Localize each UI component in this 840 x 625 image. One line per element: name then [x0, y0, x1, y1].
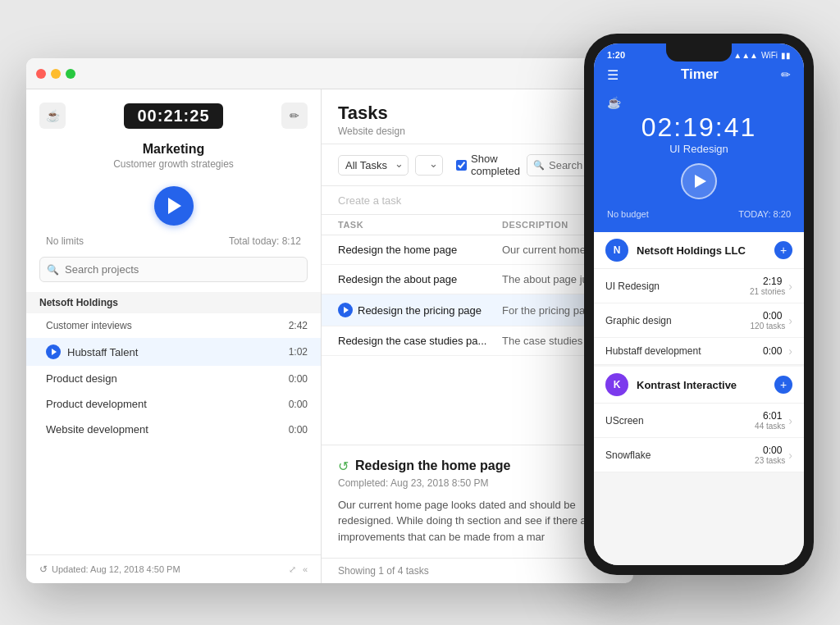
- phone-project-name: Snowflake: [605, 449, 755, 461]
- list-item[interactable]: Website development 0:00: [26, 417, 321, 442]
- phone-group-header[interactable]: N Netsoft Holdings LLC +: [594, 232, 804, 269]
- traffic-lights: [36, 69, 75, 79]
- minimize-button[interactable]: [51, 69, 61, 79]
- phone-nav: ☰ Timer ✏: [594, 60, 804, 89]
- timer-display: 00:21:25: [124, 103, 222, 129]
- search-icon: 🔍: [47, 264, 59, 276]
- phone-project-sub: 21 stories: [750, 287, 785, 296]
- avatar: K: [605, 373, 628, 396]
- tasks-title: Tasks: [338, 103, 617, 124]
- phone-timer-time: 02:19:41: [641, 112, 757, 143]
- maximize-button[interactable]: [66, 69, 75, 79]
- project-item-time: 1:02: [289, 346, 308, 358]
- project-item-time: 0:00: [289, 399, 308, 410]
- phone-project-col: 0:00 23 tasks: [755, 445, 785, 465]
- phone-project-name: UI Redesign: [605, 281, 750, 292]
- play-button-area: [26, 180, 321, 232]
- tasks-subtitle: Website design: [338, 125, 617, 137]
- sidebar-header: ☕ 00:21:25 ✏: [26, 89, 321, 135]
- all-tasks-select[interactable]: All Tasks: [338, 155, 409, 176]
- footer-icons: ⤢ «: [289, 564, 308, 575]
- chevron-right-icon: ›: [788, 314, 792, 327]
- avatar: N: [605, 239, 628, 262]
- phone-nav-title: Timer: [681, 66, 719, 83]
- coffee-icon[interactable]: ☕: [39, 103, 66, 129]
- total-today-label: Total today: 8:12: [229, 235, 301, 247]
- list-item[interactable]: Graphic design 0:00 120 tasks ›: [594, 303, 804, 338]
- play-button[interactable]: [154, 186, 194, 226]
- phone-project-name: Graphic design: [605, 315, 751, 326]
- list-item[interactable]: Customer inteviews 2:42: [26, 313, 321, 338]
- task-name: Redesign the about page: [338, 273, 502, 285]
- desktop-window: ··· ☕ 00:21:25 ✏ Marketing Customer grow…: [26, 58, 633, 583]
- task-detail-date: Completed: Aug 23, 2018 8:50 PM: [338, 477, 617, 489]
- project-name: Marketing: [26, 142, 321, 157]
- phone-project-col: 0:00: [763, 345, 785, 357]
- list-item[interactable]: Snowflake 0:00 23 tasks ›: [594, 438, 804, 472]
- phone-budget-row: No budget TODAY: 8:20: [607, 209, 791, 219]
- sidebar: ☕ 00:21:25 ✏ Marketing Customer growth s…: [26, 89, 322, 583]
- sidebar-footer: ↺ Updated: Aug 12, 2018 4:50 PM ⤢ «: [26, 554, 321, 583]
- search-box: 🔍: [39, 257, 308, 282]
- list-item[interactable]: Product design 0:00: [26, 366, 321, 391]
- phone-today: TODAY: 8:20: [738, 209, 791, 219]
- task-detail-description: Our current home page looks dated and sh…: [338, 497, 617, 545]
- task-detail-title: Redesign the home page: [355, 458, 510, 473]
- play-triangle: [52, 349, 57, 355]
- project-subtitle: Customer growth strategies: [26, 158, 321, 170]
- task-detail-title-row: ↺ Redesign the home page: [338, 458, 617, 474]
- play-icon: [168, 198, 181, 214]
- list-item[interactable]: Product development 0:00: [26, 391, 321, 417]
- chevron-right-icon: ›: [788, 414, 792, 427]
- phone-project-sub: 23 tasks: [755, 456, 785, 465]
- search-tasks-icon: 🔍: [533, 160, 545, 171]
- phone-play-button[interactable]: [681, 163, 717, 199]
- phone-project-time: 0:00: [763, 445, 782, 456]
- list-item[interactable]: Hubstaff Talent 1:02: [26, 338, 321, 366]
- phone-group-header[interactable]: K Kontrast Interactive +: [594, 367, 804, 404]
- show-completed-text: Show completed: [471, 153, 520, 177]
- edit-icon[interactable]: ✏: [281, 103, 308, 129]
- phone-wrapper: 1:20 ▲▲▲ WiFi ▮▮ ☰ Timer ✏ ☕ 02:19:41 UI…: [584, 34, 814, 575]
- task-play-button[interactable]: [338, 303, 353, 317]
- list-item[interactable]: UScreen 6:01 44 tasks ›: [594, 404, 804, 438]
- show-completed-checkbox[interactable]: [456, 160, 467, 171]
- second-select[interactable]: [415, 155, 443, 176]
- filter-select-wrap: All Tasks: [338, 155, 409, 176]
- phone-group-add-button[interactable]: +: [774, 376, 792, 394]
- list-item[interactable]: UI Redesign 2:19 21 stories ›: [594, 269, 804, 303]
- collapse-icon[interactable]: «: [303, 564, 308, 575]
- sidebar-stats: No limits Total today: 8:12: [26, 232, 321, 257]
- task-name: Redesign the case studies pa...: [338, 335, 502, 347]
- project-item-time: 2:42: [289, 320, 308, 331]
- create-task-placeholder: Create a task: [338, 194, 401, 207]
- project-item-name: Product design: [46, 372, 289, 385]
- expand-icon[interactable]: ⤢: [289, 564, 296, 575]
- phone-screen: 1:20 ▲▲▲ WiFi ▮▮ ☰ Timer ✏ ☕ 02:19:41 UI…: [594, 43, 804, 565]
- phone-project-col: 6:01 44 tasks: [755, 410, 785, 431]
- project-item-name: Hubstaff Talent: [67, 346, 138, 358]
- hamburger-icon[interactable]: ☰: [607, 67, 619, 83]
- chevron-right-icon: ›: [788, 449, 792, 462]
- footer-updated-text: Updated: Aug 12, 2018 4:50 PM: [52, 564, 180, 574]
- completed-icon: ↺: [338, 458, 349, 474]
- phone-list: N Netsoft Holdings LLC + UI Redesign 2:1…: [594, 232, 804, 565]
- list-item[interactable]: Hubstaff development 0:00 ›: [594, 338, 804, 365]
- showing-tasks-text: Showing 1 of 4 tasks: [338, 565, 429, 577]
- phone-status-icons: ▲▲▲ WiFi ▮▮: [733, 51, 791, 60]
- phone-group-name: Netsoft Holdings LLC: [637, 244, 774, 257]
- search-projects-input[interactable]: [39, 257, 308, 282]
- phone-project-sub: 120 tasks: [751, 322, 786, 331]
- close-button[interactable]: [36, 69, 46, 79]
- project-info: Marketing Customer growth strategies: [26, 135, 321, 180]
- phone-group-add-button[interactable]: +: [774, 241, 792, 259]
- phone-project-col: 0:00 120 tasks: [751, 310, 786, 331]
- phone-time: 1:20: [607, 50, 625, 60]
- phone-project-time: 0:00: [763, 345, 782, 357]
- phone-project-name: Hubstaff development: [605, 345, 763, 357]
- phone-coffee-icon: ☕: [607, 96, 621, 109]
- phone-edit-icon[interactable]: ✏: [781, 68, 791, 81]
- window-body: ☕ 00:21:25 ✏ Marketing Customer growth s…: [26, 89, 633, 583]
- phone-project-col: 2:19 21 stories: [750, 276, 785, 296]
- no-limits-label: No limits: [46, 235, 84, 247]
